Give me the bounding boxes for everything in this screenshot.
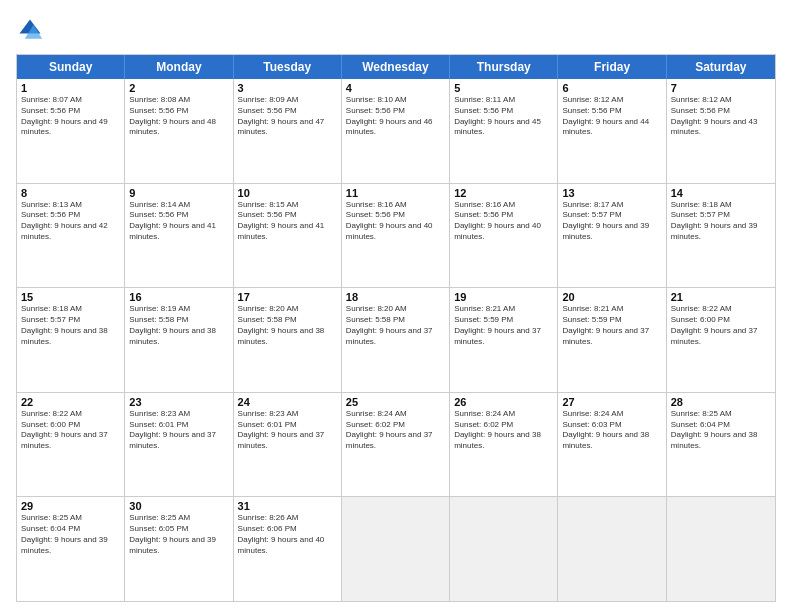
cell-info: Sunrise: 8:21 AMSunset: 5:59 PMDaylight:… <box>562 304 661 347</box>
calendar-cell: 30Sunrise: 8:25 AMSunset: 6:05 PMDayligh… <box>125 497 233 601</box>
calendar-cell: 9Sunrise: 8:14 AMSunset: 5:56 PMDaylight… <box>125 184 233 288</box>
cell-info: Sunrise: 8:24 AMSunset: 6:02 PMDaylight:… <box>346 409 445 452</box>
calendar-cell: 20Sunrise: 8:21 AMSunset: 5:59 PMDayligh… <box>558 288 666 392</box>
day-number: 16 <box>129 291 228 303</box>
calendar-cell: 28Sunrise: 8:25 AMSunset: 6:04 PMDayligh… <box>667 393 775 497</box>
calendar-cell: 16Sunrise: 8:19 AMSunset: 5:58 PMDayligh… <box>125 288 233 392</box>
header-day-friday: Friday <box>558 55 666 79</box>
cell-info: Sunrise: 8:09 AMSunset: 5:56 PMDaylight:… <box>238 95 337 138</box>
calendar-cell: 2Sunrise: 8:08 AMSunset: 5:56 PMDaylight… <box>125 79 233 183</box>
calendar-cell: 29Sunrise: 8:25 AMSunset: 6:04 PMDayligh… <box>17 497 125 601</box>
calendar-cell: 11Sunrise: 8:16 AMSunset: 5:56 PMDayligh… <box>342 184 450 288</box>
calendar-cell: 24Sunrise: 8:23 AMSunset: 6:01 PMDayligh… <box>234 393 342 497</box>
cell-info: Sunrise: 8:07 AMSunset: 5:56 PMDaylight:… <box>21 95 120 138</box>
day-number: 6 <box>562 82 661 94</box>
cell-info: Sunrise: 8:24 AMSunset: 6:03 PMDaylight:… <box>562 409 661 452</box>
calendar-row-1: 1Sunrise: 8:07 AMSunset: 5:56 PMDaylight… <box>17 79 775 183</box>
calendar-cell: 27Sunrise: 8:24 AMSunset: 6:03 PMDayligh… <box>558 393 666 497</box>
cell-info: Sunrise: 8:16 AMSunset: 5:56 PMDaylight:… <box>454 200 553 243</box>
cell-info: Sunrise: 8:25 AMSunset: 6:04 PMDaylight:… <box>21 513 120 556</box>
calendar-cell: 6Sunrise: 8:12 AMSunset: 5:56 PMDaylight… <box>558 79 666 183</box>
day-number: 18 <box>346 291 445 303</box>
header-day-monday: Monday <box>125 55 233 79</box>
calendar-row-3: 15Sunrise: 8:18 AMSunset: 5:57 PMDayligh… <box>17 287 775 392</box>
header-day-tuesday: Tuesday <box>234 55 342 79</box>
day-number: 26 <box>454 396 553 408</box>
day-number: 3 <box>238 82 337 94</box>
cell-info: Sunrise: 8:08 AMSunset: 5:56 PMDaylight:… <box>129 95 228 138</box>
calendar-cell: 15Sunrise: 8:18 AMSunset: 5:57 PMDayligh… <box>17 288 125 392</box>
day-number: 24 <box>238 396 337 408</box>
calendar-cell: 25Sunrise: 8:24 AMSunset: 6:02 PMDayligh… <box>342 393 450 497</box>
calendar-cell: 26Sunrise: 8:24 AMSunset: 6:02 PMDayligh… <box>450 393 558 497</box>
calendar-cell: 3Sunrise: 8:09 AMSunset: 5:56 PMDaylight… <box>234 79 342 183</box>
day-number: 31 <box>238 500 337 512</box>
cell-info: Sunrise: 8:13 AMSunset: 5:56 PMDaylight:… <box>21 200 120 243</box>
day-number: 8 <box>21 187 120 199</box>
calendar-cell: 1Sunrise: 8:07 AMSunset: 5:56 PMDaylight… <box>17 79 125 183</box>
calendar-cell: 31Sunrise: 8:26 AMSunset: 6:06 PMDayligh… <box>234 497 342 601</box>
logo <box>16 16 48 44</box>
calendar-cell: 8Sunrise: 8:13 AMSunset: 5:56 PMDaylight… <box>17 184 125 288</box>
cell-info: Sunrise: 8:18 AMSunset: 5:57 PMDaylight:… <box>671 200 771 243</box>
day-number: 4 <box>346 82 445 94</box>
day-number: 20 <box>562 291 661 303</box>
cell-info: Sunrise: 8:23 AMSunset: 6:01 PMDaylight:… <box>129 409 228 452</box>
calendar: SundayMondayTuesdayWednesdayThursdayFrid… <box>16 54 776 602</box>
cell-info: Sunrise: 8:26 AMSunset: 6:06 PMDaylight:… <box>238 513 337 556</box>
day-number: 10 <box>238 187 337 199</box>
calendar-body: 1Sunrise: 8:07 AMSunset: 5:56 PMDaylight… <box>17 79 775 601</box>
page: SundayMondayTuesdayWednesdayThursdayFrid… <box>0 0 792 612</box>
day-number: 29 <box>21 500 120 512</box>
cell-info: Sunrise: 8:24 AMSunset: 6:02 PMDaylight:… <box>454 409 553 452</box>
cell-info: Sunrise: 8:21 AMSunset: 5:59 PMDaylight:… <box>454 304 553 347</box>
day-number: 25 <box>346 396 445 408</box>
cell-info: Sunrise: 8:15 AMSunset: 5:56 PMDaylight:… <box>238 200 337 243</box>
cell-info: Sunrise: 8:20 AMSunset: 5:58 PMDaylight:… <box>238 304 337 347</box>
cell-info: Sunrise: 8:23 AMSunset: 6:01 PMDaylight:… <box>238 409 337 452</box>
cell-info: Sunrise: 8:14 AMSunset: 5:56 PMDaylight:… <box>129 200 228 243</box>
day-number: 30 <box>129 500 228 512</box>
day-number: 27 <box>562 396 661 408</box>
day-number: 13 <box>562 187 661 199</box>
header-day-sunday: Sunday <box>17 55 125 79</box>
day-number: 22 <box>21 396 120 408</box>
calendar-header: SundayMondayTuesdayWednesdayThursdayFrid… <box>17 55 775 79</box>
day-number: 7 <box>671 82 771 94</box>
day-number: 11 <box>346 187 445 199</box>
day-number: 28 <box>671 396 771 408</box>
cell-info: Sunrise: 8:10 AMSunset: 5:56 PMDaylight:… <box>346 95 445 138</box>
calendar-cell <box>342 497 450 601</box>
calendar-row-4: 22Sunrise: 8:22 AMSunset: 6:00 PMDayligh… <box>17 392 775 497</box>
day-number: 17 <box>238 291 337 303</box>
calendar-cell: 12Sunrise: 8:16 AMSunset: 5:56 PMDayligh… <box>450 184 558 288</box>
calendar-cell <box>667 497 775 601</box>
calendar-cell: 4Sunrise: 8:10 AMSunset: 5:56 PMDaylight… <box>342 79 450 183</box>
day-number: 23 <box>129 396 228 408</box>
calendar-cell: 19Sunrise: 8:21 AMSunset: 5:59 PMDayligh… <box>450 288 558 392</box>
day-number: 12 <box>454 187 553 199</box>
cell-info: Sunrise: 8:11 AMSunset: 5:56 PMDaylight:… <box>454 95 553 138</box>
calendar-cell <box>450 497 558 601</box>
logo-icon <box>16 16 44 44</box>
calendar-cell: 7Sunrise: 8:12 AMSunset: 5:56 PMDaylight… <box>667 79 775 183</box>
header <box>16 16 776 44</box>
calendar-cell: 14Sunrise: 8:18 AMSunset: 5:57 PMDayligh… <box>667 184 775 288</box>
cell-info: Sunrise: 8:22 AMSunset: 6:00 PMDaylight:… <box>21 409 120 452</box>
calendar-cell <box>558 497 666 601</box>
day-number: 15 <box>21 291 120 303</box>
cell-info: Sunrise: 8:16 AMSunset: 5:56 PMDaylight:… <box>346 200 445 243</box>
calendar-cell: 23Sunrise: 8:23 AMSunset: 6:01 PMDayligh… <box>125 393 233 497</box>
day-number: 9 <box>129 187 228 199</box>
calendar-cell: 10Sunrise: 8:15 AMSunset: 5:56 PMDayligh… <box>234 184 342 288</box>
cell-info: Sunrise: 8:12 AMSunset: 5:56 PMDaylight:… <box>671 95 771 138</box>
cell-info: Sunrise: 8:17 AMSunset: 5:57 PMDaylight:… <box>562 200 661 243</box>
calendar-cell: 22Sunrise: 8:22 AMSunset: 6:00 PMDayligh… <box>17 393 125 497</box>
cell-info: Sunrise: 8:25 AMSunset: 6:05 PMDaylight:… <box>129 513 228 556</box>
calendar-cell: 18Sunrise: 8:20 AMSunset: 5:58 PMDayligh… <box>342 288 450 392</box>
day-number: 2 <box>129 82 228 94</box>
cell-info: Sunrise: 8:25 AMSunset: 6:04 PMDaylight:… <box>671 409 771 452</box>
day-number: 21 <box>671 291 771 303</box>
calendar-cell: 21Sunrise: 8:22 AMSunset: 6:00 PMDayligh… <box>667 288 775 392</box>
header-day-wednesday: Wednesday <box>342 55 450 79</box>
